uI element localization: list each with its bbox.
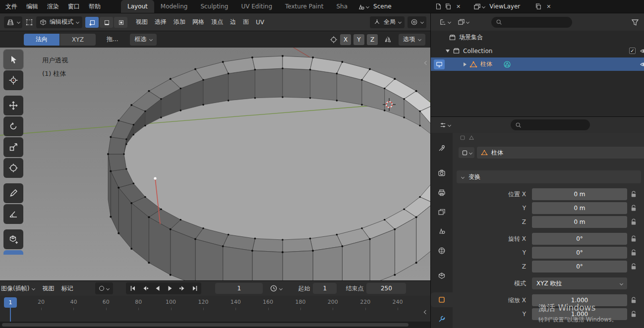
axis-z-button[interactable]: Z: [367, 34, 378, 45]
value-field[interactable]: 0 m: [532, 188, 627, 200]
xyz-tab[interactable]: XYZ: [60, 34, 96, 46]
value-field[interactable]: 0 m: [532, 202, 627, 214]
add-cube-tool[interactable]: [3, 229, 23, 249]
outliner-row-collection[interactable]: Collection ✓: [431, 44, 644, 57]
workspace-tab-sculpting[interactable]: Sculpting: [194, 0, 234, 13]
face-select-button[interactable]: [114, 17, 127, 28]
menu-face[interactable]: 面: [239, 18, 252, 26]
new-scene-icon[interactable]: [435, 3, 442, 10]
menu-add[interactable]: 添加: [170, 18, 189, 26]
menu-file[interactable]: 文件: [1, 0, 22, 13]
outliner-row-object[interactable]: 柱体: [431, 57, 644, 71]
workspace-tab-texture-paint[interactable]: Texture Paint: [279, 0, 330, 13]
lock-icon[interactable]: [631, 191, 637, 198]
jump-end-button[interactable]: [188, 283, 201, 294]
next-keyframe-button[interactable]: [176, 283, 188, 294]
cursor-tool[interactable]: [3, 70, 23, 90]
value-field[interactable]: 1.000: [532, 308, 627, 320]
unlink-scene-icon[interactable]: ✕: [455, 3, 462, 10]
properties-tab-modifiers[interactable]: [431, 312, 453, 327]
jump-start-button[interactable]: [126, 283, 139, 294]
value-field[interactable]: 0°: [532, 261, 627, 273]
properties-tab-collection[interactable]: [431, 268, 453, 283]
lock-icon[interactable]: [631, 235, 637, 242]
editor-type-button[interactable]: [438, 17, 452, 27]
editor-type-button[interactable]: [4, 16, 22, 28]
transform-tool[interactable]: [3, 158, 23, 178]
proportional-editing-button[interactable]: [408, 16, 426, 28]
timeline-editor-menu[interactable]: 图像(插帧): [1, 284, 35, 293]
value-field[interactable]: 1.000: [532, 294, 627, 306]
copy-viewlayer-icon[interactable]: [535, 3, 542, 10]
disclosure-triangle-icon[interactable]: [464, 62, 467, 66]
axis-y-button[interactable]: Y: [353, 34, 364, 45]
lock-icon[interactable]: [631, 249, 637, 256]
menu-window[interactable]: 窗口: [63, 0, 84, 13]
vertex-select-button[interactable]: [85, 17, 99, 28]
properties-tab-output[interactable]: [431, 185, 453, 200]
annotate-tool[interactable]: [3, 183, 23, 203]
axis-x-button[interactable]: X: [340, 34, 351, 45]
copy-scene-icon[interactable]: [445, 3, 452, 10]
properties-tab-tool[interactable]: [431, 141, 453, 156]
value-field[interactable]: 0°: [532, 247, 627, 259]
move-tool[interactable]: [3, 96, 23, 115]
collection-checkbox[interactable]: ✓: [629, 48, 636, 54]
mirror-icon[interactable]: [384, 36, 392, 44]
measure-tool[interactable]: [3, 204, 23, 224]
properties-tab-scene[interactable]: [431, 223, 453, 238]
menu-select[interactable]: 选择: [151, 18, 170, 26]
menu-view[interactable]: 视图: [132, 18, 151, 26]
timeline-menu-view[interactable]: 视图: [39, 284, 58, 293]
workspace-tab-shading[interactable]: Sha: [330, 0, 354, 13]
lock-icon[interactable]: [631, 263, 637, 270]
box-select-dropdown[interactable]: 框选: [130, 34, 157, 46]
object-name-field[interactable]: 柱体: [477, 147, 644, 159]
workspace-tab-modeling[interactable]: Modeling: [154, 0, 194, 13]
normal-tab[interactable]: 法向: [24, 34, 59, 46]
timeline-scrollbar[interactable]: [0, 322, 430, 328]
options-dropdown[interactable]: 选项: [399, 34, 425, 46]
outliner-search[interactable]: [491, 17, 572, 28]
lock-icon[interactable]: [631, 311, 637, 318]
properties-tab-render[interactable]: [431, 165, 453, 180]
lock-icon[interactable]: [631, 219, 637, 225]
rotation-mode-select[interactable]: XYZ 欧拉: [532, 277, 627, 289]
mode-dropdown[interactable]: 编辑模式: [36, 16, 82, 28]
workspace-tab-layout[interactable]: Layout: [121, 0, 154, 13]
menu-edit[interactable]: 编辑: [22, 0, 43, 13]
timeline-expand-chevron[interactable]: [424, 310, 428, 314]
current-frame-field[interactable]: 1: [215, 283, 263, 294]
menu-help[interactable]: 帮助: [84, 0, 105, 13]
eye-icon[interactable]: [640, 60, 644, 68]
current-frame-marker[interactable]: 1: [4, 297, 17, 308]
value-field[interactable]: 0 m: [532, 216, 627, 228]
filter-icon[interactable]: [631, 18, 639, 26]
object-type-dropdown[interactable]: [459, 147, 474, 158]
edge-select-button[interactable]: [100, 17, 113, 28]
scene-datablock-button[interactable]: [356, 2, 370, 11]
transform-orientation-dropdown[interactable]: 全局: [370, 16, 405, 28]
active-tool-button-clipped[interactable]: [3, 250, 23, 255]
viewport-3d[interactable]: 用户透视 (1) 柱体: [0, 48, 430, 280]
playback-popover-button[interactable]: [270, 284, 282, 292]
scene-name[interactable]: Scene: [373, 3, 432, 10]
snap-target-icon[interactable]: [330, 36, 338, 44]
menu-render[interactable]: 渲染: [43, 0, 63, 13]
eye-icon[interactable]: [640, 47, 644, 55]
editor-type-button[interactable]: [438, 120, 452, 130]
scrollbar-thumb[interactable]: [2, 323, 409, 327]
auto-keying-button[interactable]: [95, 282, 113, 294]
play-button[interactable]: [164, 283, 176, 294]
viewlayer-name[interactable]: ViewLayer: [489, 3, 532, 10]
disclosure-triangle-icon[interactable]: [446, 50, 450, 53]
value-field[interactable]: 0°: [532, 233, 627, 245]
timeline-menu-marker[interactable]: 标记: [58, 284, 76, 293]
timeline-ruler[interactable]: 20406080100120140160180200220240 1: [0, 296, 430, 328]
start-frame-field[interactable]: 1: [313, 283, 337, 294]
select-box-tool[interactable]: [3, 50, 23, 69]
drag-label[interactable]: 拖...: [107, 35, 118, 44]
menu-vertex[interactable]: 顶点: [208, 18, 227, 26]
transform-panel-header[interactable]: 变换: [457, 170, 641, 183]
menu-uv[interactable]: UV: [252, 19, 268, 26]
